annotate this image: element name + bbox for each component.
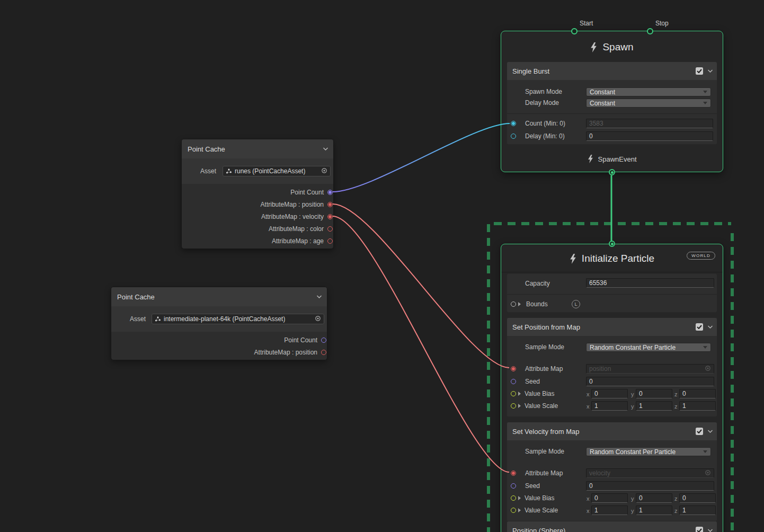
node-spawn[interactable]: Start Stop Spawn Single Burst Spawn Mode… [501, 31, 723, 172]
block-header[interactable]: Set Velocity from Map [507, 422, 717, 440]
block-title: Position (Sphere) [512, 527, 565, 532]
port-point-count[interactable] [327, 190, 333, 195]
point-cache-header[interactable]: Point Cache [111, 287, 327, 306]
seed-field[interactable]: 0 [586, 377, 714, 386]
collapse-chevron-icon[interactable] [323, 147, 328, 151]
port-attributemap-position[interactable] [327, 202, 333, 207]
value-bias-z-field[interactable]: 0 [679, 389, 716, 398]
value-scale-y-field[interactable]: 1 [636, 401, 672, 411]
node-initialize-particle[interactable]: Initialize Particle WORLD Capacity 65536… [501, 244, 723, 532]
asset-object-field[interactable]: intermediate-planet-64k (PointCacheAsset… [152, 314, 324, 324]
attribute-map-field[interactable]: position [586, 364, 714, 374]
value-bias-z-field[interactable]: 0 [679, 493, 716, 503]
asset-object-field[interactable]: runes (PointCacheAsset) [223, 166, 331, 176]
collapse-chevron-icon[interactable] [707, 430, 713, 433]
flow-port-start[interactable] [571, 28, 578, 34]
bounds-link-letter: L [574, 302, 577, 307]
block-set-position-from-map[interactable]: Set Position from Map Sample Mode Random… [507, 317, 717, 417]
node-point-cache-planet[interactable]: Point Cache Asset intermediate-planet-64… [111, 287, 327, 360]
count-field[interactable]: 3583 [586, 119, 713, 128]
axis-z-label: z [674, 507, 678, 515]
port-value-bias-input[interactable] [511, 495, 516, 501]
output-label-attributemap-age: AttributeMap : age [272, 237, 324, 245]
collapse-chevron-icon[interactable] [316, 295, 322, 299]
delay-mode-value: Constant [590, 100, 615, 107]
spawn-mode-dropdown[interactable]: Constant [586, 87, 711, 96]
port-value-bias-input[interactable] [511, 391, 516, 396]
block-title: Set Position from Map [512, 323, 580, 331]
block-divider [507, 113, 717, 114]
block-enabled-checkbox[interactable] [696, 323, 703, 331]
single-burst-enabled-checkbox[interactable] [696, 67, 703, 75]
object-picker-icon[interactable] [321, 167, 327, 175]
collapse-chevron-icon[interactable] [707, 69, 713, 73]
block-single-burst[interactable]: Single Burst Spawn Mode Constant Delay M… [507, 61, 717, 145]
block-position-sphere[interactable]: Position (Sphere) [507, 521, 717, 532]
attribute-map-field[interactable]: velocity [586, 468, 714, 478]
value-scale-x-field[interactable]: 1 [591, 506, 628, 515]
collapse-chevron-icon[interactable] [707, 529, 713, 532]
port-attributemap-color[interactable] [327, 226, 333, 232]
space-badge-world[interactable]: WORLD [687, 252, 715, 260]
port-attribute-map-input[interactable] [511, 471, 516, 476]
port-delay-input[interactable] [511, 134, 516, 139]
flow-port-initialize-input[interactable] [609, 241, 615, 247]
port-bounds-input[interactable] [511, 302, 516, 307]
value-bias-x-field[interactable]: 0 [591, 493, 628, 503]
port-attribute-map-input[interactable] [511, 366, 516, 371]
block-header[interactable]: Set Position from Map [507, 318, 717, 336]
value-bias-expander-icon[interactable] [518, 392, 521, 396]
value-bias-y-field[interactable]: 0 [636, 389, 672, 398]
port-value-scale-input[interactable] [511, 403, 516, 409]
value-scale-y: 1 [639, 507, 643, 514]
check-icon [697, 429, 702, 433]
delay-field[interactable]: 0 [586, 131, 713, 141]
axis-z-label: z [674, 403, 678, 410]
port-attributemap-age[interactable] [327, 238, 333, 244]
sample-mode-dropdown[interactable]: Random Constant Per Particle [586, 447, 711, 456]
value-bias-expander-icon[interactable] [518, 496, 521, 500]
value-scale-x-field[interactable]: 1 [591, 401, 628, 411]
capacity-field[interactable]: 65536 [586, 278, 714, 288]
port-seed-input[interactable] [511, 379, 516, 384]
single-burst-header[interactable]: Single Burst [507, 62, 717, 80]
value-scale-z-field[interactable]: 1 [679, 506, 716, 515]
sample-mode-dropdown[interactable]: Random Constant Per Particle [586, 343, 711, 352]
value-scale-y-field[interactable]: 1 [636, 506, 672, 515]
port-seed-input[interactable] [511, 483, 516, 489]
value-scale-expander-icon[interactable] [518, 508, 521, 512]
block-enabled-checkbox[interactable] [696, 428, 703, 435]
collapse-chevron-icon[interactable] [707, 325, 713, 329]
port-value-scale-input[interactable] [511, 508, 516, 513]
block-set-velocity-from-map[interactable]: Set Velocity from Map Sample Mode Random… [507, 422, 717, 521]
lightning-icon [590, 42, 597, 52]
flow-port-spawn-output[interactable] [609, 169, 615, 175]
object-picker-icon[interactable] [705, 469, 711, 477]
object-picker-icon[interactable] [705, 365, 711, 373]
node-point-cache-runes[interactable]: Point Cache Asset runes (PointCacheAsset… [181, 139, 334, 249]
value-scale-z-field[interactable]: 1 [679, 401, 716, 411]
bounds-expander-icon[interactable] [518, 302, 521, 306]
value-bias-x-field[interactable]: 0 [591, 389, 628, 398]
spawn-mode-label: Spawn Mode [525, 87, 562, 96]
block-enabled-checkbox[interactable] [696, 527, 703, 532]
bounds-link-icon[interactable]: L [572, 300, 580, 308]
object-picker-icon[interactable] [315, 315, 321, 323]
value-scale-expander-icon[interactable] [518, 404, 521, 408]
vfx-graph-canvas[interactable]: { "colors": { "background": "#202020", "… [0, 0, 764, 532]
output-label-attributemap-position: AttributeMap : position [261, 200, 324, 209]
delay-mode-dropdown[interactable]: Constant [586, 99, 711, 108]
seed-field[interactable]: 0 [586, 481, 714, 491]
value-bias-y-field[interactable]: 0 [636, 493, 672, 503]
flow-port-stop[interactable] [647, 28, 653, 34]
point-cache-header[interactable]: Point Cache [182, 139, 333, 158]
port-count-input[interactable] [511, 121, 516, 126]
attribute-map-label: Attribute Map [525, 469, 563, 478]
single-burst-title: Single Burst [512, 67, 549, 75]
output-label-attributemap-velocity: AttributeMap : velocity [261, 212, 324, 221]
port-attributemap-position[interactable] [321, 350, 326, 355]
sample-mode-value: Random Constant Per Particle [590, 448, 676, 456]
block-header[interactable]: Position (Sphere) [507, 521, 717, 532]
port-attributemap-velocity[interactable] [327, 214, 333, 219]
port-point-count[interactable] [321, 338, 326, 343]
